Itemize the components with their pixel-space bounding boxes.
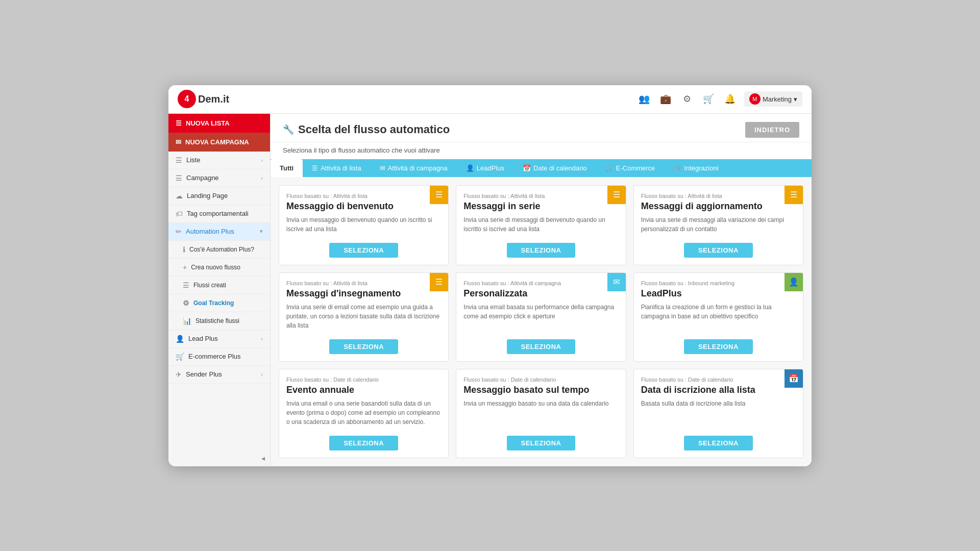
sidebar-item-sender[interactable]: ✈ Sender Plus ›	[168, 366, 270, 384]
card-desc: Invia una serie di messaggi alla variazi…	[641, 215, 796, 234]
tab-tutti[interactable]: Tutti	[271, 159, 303, 177]
flussi-icon: ☰	[183, 281, 189, 289]
content-area: 🔧 Scelta del flusso automatico INDIETRO …	[271, 114, 812, 466]
card-desc: Invia una serie di email come ad esempio…	[286, 303, 441, 330]
tab-ecommerce[interactable]: 🛒 E-Commerce	[596, 159, 665, 177]
sidebar-item-statistiche[interactable]: 📊 Statistiche flussi	[168, 312, 270, 330]
seleziona-messaggio-button[interactable]: SELEZIONA	[507, 436, 576, 450]
card-benvenuto: ☰ Flusso basato su : Attività di lista M…	[279, 185, 449, 265]
sidebar-item-landing-page[interactable]: ☁ Landing Page	[168, 187, 270, 205]
list-icon: ☰	[176, 119, 182, 127]
tab-attivita-campagna[interactable]: ✉ Attività di campagna	[371, 159, 457, 177]
content-subtitle: Seleziona il tipo di flusso automatico c…	[271, 142, 812, 159]
main-layout: ☰ NUOVA LISTA ✉ NUOVA CAMPAGNA ☰ Liste ›…	[168, 114, 812, 466]
tab-attivita-lista[interactable]: ☰ Attività di lista	[303, 159, 370, 177]
chevron-down-icon: ▾	[260, 228, 263, 235]
logo-text: Dem.it	[198, 93, 229, 105]
automation-icon: ✏	[176, 228, 182, 236]
seleziona-serie-button[interactable]: SELEZIONA	[507, 243, 576, 258]
sidebar-item-goal-tracking[interactable]: ⚙ Goal Tracking	[168, 294, 270, 312]
bell-icon[interactable]: 🔔	[723, 92, 737, 106]
logo-icon: 4	[178, 90, 196, 108]
card-desc: Invia un messaggio basato su una data da…	[463, 399, 618, 408]
card-desc: Invia una serie di messaggi di benvenuto…	[463, 215, 618, 234]
seleziona-data-button[interactable]: SELEZIONA	[684, 436, 753, 450]
new-list-button[interactable]: ☰ NUOVA LISTA	[168, 114, 270, 133]
seleziona-personalizzata-button[interactable]: SELEZIONA	[507, 339, 576, 354]
card-based: Flusso basato su : Date di calendario	[463, 377, 618, 383]
seleziona-leadplus-button[interactable]: SELEZIONA	[684, 339, 753, 354]
card-based: Flusso basato su : Date di calendario	[286, 377, 441, 383]
top-icons: 👥 💼 ⚙ 🛒 🔔 M Marketing ▾	[637, 91, 802, 107]
top-bar: 4 Dem.it 👥 💼 ⚙ 🛒 🔔 M Marketing ▾	[168, 85, 812, 114]
sidebar-item-lead-plus[interactable]: 👤 Lead Plus ›	[168, 330, 270, 348]
card-corner-icon: 📅	[785, 369, 803, 388]
sidebar-item-flussi-creati[interactable]: ☰ Flussi creati	[168, 277, 270, 294]
seleziona-insegnamento-button[interactable]: SELEZIONA	[329, 339, 398, 354]
card-based: Flusso basato su : Inbound marketing	[641, 280, 796, 286]
chevron-down-icon: ▾	[794, 95, 797, 103]
tab-integrazioni[interactable]: 🔗 Integrazioni	[664, 159, 727, 177]
card-corner-icon: 👤	[785, 273, 803, 291]
stats-icon: 📊	[183, 317, 191, 325]
tag-icon: 🏷	[176, 210, 183, 218]
chevron-right-icon: ›	[261, 371, 263, 378]
card-body: Flusso basato su : Date di calendario Da…	[634, 369, 803, 431]
card-footer: SELEZIONA	[456, 334, 625, 361]
tab-leadplus[interactable]: 👤 LeadPlus	[457, 159, 513, 177]
marketing-label: Marketing	[763, 95, 792, 103]
card-footer: SELEZIONA	[456, 431, 625, 458]
tab-date-calendario[interactable]: 📅 Date di calendario	[513, 159, 596, 177]
card-body: Flusso basato su : Date di calendario Me…	[456, 369, 625, 431]
campagne-icon: ☰	[176, 174, 182, 182]
users-icon[interactable]: 👥	[637, 92, 651, 106]
lead-icon: 👤	[176, 335, 184, 343]
back-button[interactable]: INDIETRO	[745, 122, 799, 138]
card-evento-annuale: Flusso basato su : Date di calendario Ev…	[279, 369, 449, 458]
card-corner-icon: ✉	[607, 273, 626, 291]
seleziona-benvenuto-button[interactable]: SELEZIONA	[329, 243, 398, 258]
sidebar-item-cose-automation[interactable]: ℹ Cos'è Automation Plus?	[168, 241, 270, 259]
wand-icon: 🔧	[283, 124, 294, 135]
marketing-avatar: M	[749, 93, 761, 105]
sidebar: ☰ NUOVA LISTA ✉ NUOVA CAMPAGNA ☰ Liste ›…	[168, 114, 271, 466]
card-title: Data di iscrizione alla lista	[641, 385, 783, 395]
marketing-menu[interactable]: M Marketing ▾	[744, 91, 802, 107]
card-body: Flusso basato su : Attività di lista Mes…	[279, 186, 448, 238]
landing-icon: ☁	[176, 192, 183, 200]
card-based: Flusso basato su : Date di calendario	[641, 377, 796, 383]
card-title: Personalizzata	[463, 288, 606, 299]
sidebar-item-tag[interactable]: 🏷 Tag comportamentali	[168, 205, 270, 223]
card-body: Flusso basato su : Date di calendario Ev…	[279, 369, 448, 431]
card-based: Flusso basato su : Attività di lista	[463, 193, 618, 199]
seleziona-aggiornamento-button[interactable]: SELEZIONA	[684, 243, 753, 258]
card-footer: SELEZIONA	[279, 431, 448, 458]
new-campaign-button[interactable]: ✉ NUOVA CAMPAGNA	[168, 133, 270, 152]
seleziona-evento-button[interactable]: SELEZIONA	[329, 436, 398, 450]
sender-icon: ✈	[176, 370, 182, 379]
cart-icon[interactable]: 🛒	[701, 92, 716, 106]
chevron-right-icon: ›	[261, 336, 263, 342]
sidebar-item-crea-flusso[interactable]: + Crea nuovo flusso	[168, 259, 270, 277]
mail-tab-icon: ✉	[380, 164, 385, 172]
card-corner-icon: ☰	[785, 186, 803, 204]
card-based: Flusso basato su : Attività di campagna	[463, 280, 618, 286]
card-desc: Invia una email o una serie basandoti su…	[286, 399, 441, 427]
sidebar-item-campagne[interactable]: ☰ Campagne ›	[168, 169, 270, 187]
settings-icon[interactable]: ⚙	[680, 92, 694, 106]
page-title: 🔧 Scelta del flusso automatico	[283, 123, 450, 136]
sidebar-item-liste[interactable]: ☰ Liste ›	[168, 152, 270, 169]
link-tab-icon: 🔗	[673, 164, 681, 172]
card-messaggio-tempo: Flusso basato su : Date di calendario Me…	[456, 369, 626, 458]
sidebar-collapse-button[interactable]: ◂	[168, 450, 270, 466]
sidebar-item-automation-plus[interactable]: ✏ Automation Plus ▾	[168, 223, 270, 241]
cards-grid: ☰ Flusso basato su : Attività di lista M…	[279, 185, 803, 458]
card-corner-icon: ☰	[430, 273, 448, 291]
card-aggiornamento: ☰ Flusso basato su : Attività di lista M…	[633, 185, 803, 265]
list-icon: ☰	[176, 156, 182, 164]
card-footer: SELEZIONA	[634, 334, 803, 361]
list-tab-icon: ☰	[312, 164, 318, 172]
sidebar-item-ecommerce[interactable]: 🛒 E-commerce Plus	[168, 348, 270, 366]
card-insegnamento: ☰ Flusso basato su : Attività di lista M…	[279, 272, 449, 362]
briefcase-icon[interactable]: 💼	[658, 92, 673, 106]
